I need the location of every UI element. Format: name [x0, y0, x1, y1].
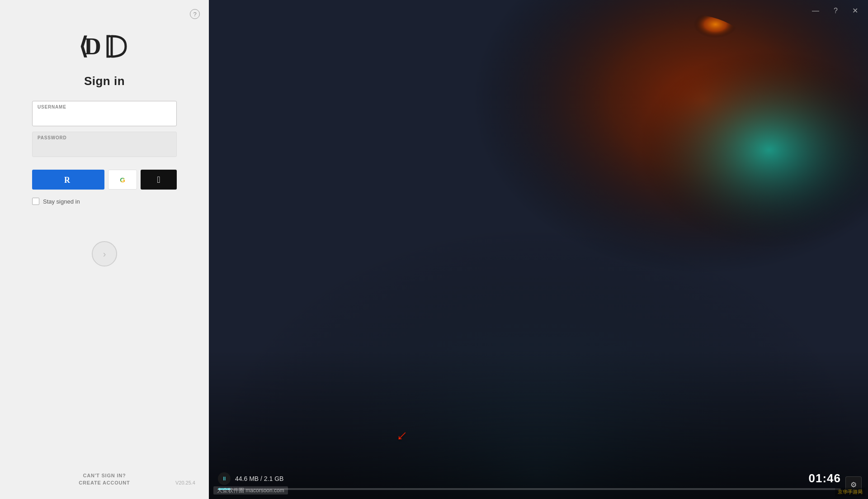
league-logo-icon: ⟨D [76, 32, 104, 59]
download-info-row: ⏸ 44.6 MB / 2.1 GB 01:46 [218, 471, 841, 485]
create-account-link[interactable]: CREATE ACCOUNT [79, 480, 130, 485]
login-form: USERNAME PASSWORD [32, 101, 177, 162]
apple-icon:  [157, 175, 160, 185]
google-icon: G [120, 176, 125, 184]
social-login-buttons: R G  [32, 170, 177, 190]
progress-bar-background [218, 488, 841, 490]
help-icon-top[interactable]: ? [190, 9, 200, 19]
download-left-info: ⏸ 44.6 MB / 2.1 GB [218, 472, 283, 485]
artwork-female-character [236, 36, 394, 308]
stay-signed-in-row: Stay signed in [32, 198, 177, 205]
watermark-left: 大众软件圈 macorsoon.com [213, 487, 288, 494]
submit-button[interactable]: › [92, 241, 117, 266]
download-size-text: 44.6 MB / 2.1 GB [235, 475, 283, 482]
svg-text:R: R [64, 176, 71, 185]
window-help-button[interactable]: ? [831, 6, 840, 16]
password-label: PASSWORD [38, 135, 67, 140]
svg-text:⟨D: ⟨D [79, 33, 100, 59]
arrow-right-icon: › [103, 249, 106, 259]
pause-button[interactable]: ⏸ [218, 472, 231, 485]
logo-container: ⟨D [76, 32, 132, 61]
download-timer: 01:46 [809, 471, 841, 485]
artwork-male-character [651, 68, 832, 362]
password-wrapper: PASSWORD [32, 132, 177, 157]
window-controls: — ? ✕ [809, 5, 861, 16]
username-label: USERNAME [38, 105, 66, 109]
login-panel: ? ⟨D Sign in USERNAME PASSWORD [0, 0, 209, 499]
riot-login-button[interactable]: R [32, 170, 104, 190]
username-wrapper: USERNAME [32, 101, 177, 126]
riot-icon: R [63, 174, 74, 185]
google-login-button[interactable]: G [108, 170, 137, 190]
game-artwork-panel: ↓ — ? ✕ ⏸ 44.6 MB / 2.1 GB 01:46 [209, 0, 868, 499]
cant-sign-in-link[interactable]: CAN'T SIGN IN? [83, 473, 126, 478]
close-button[interactable]: ✕ [849, 5, 861, 16]
stay-signed-in-checkbox[interactable] [32, 198, 39, 205]
pause-icon: ⏸ [222, 475, 227, 482]
version-label: V20.25.4 [175, 480, 195, 485]
sign-in-title: Sign in [84, 74, 125, 88]
watermark-right: 京华手游局 [835, 488, 865, 496]
apple-login-button[interactable]:  [141, 170, 177, 190]
download-bar: ⏸ 44.6 MB / 2.1 GB 01:46 [218, 471, 841, 490]
lol-logo-icon [105, 34, 132, 59]
minimize-button[interactable]: — [809, 6, 822, 16]
stay-signed-in-label: Stay signed in [43, 198, 80, 205]
